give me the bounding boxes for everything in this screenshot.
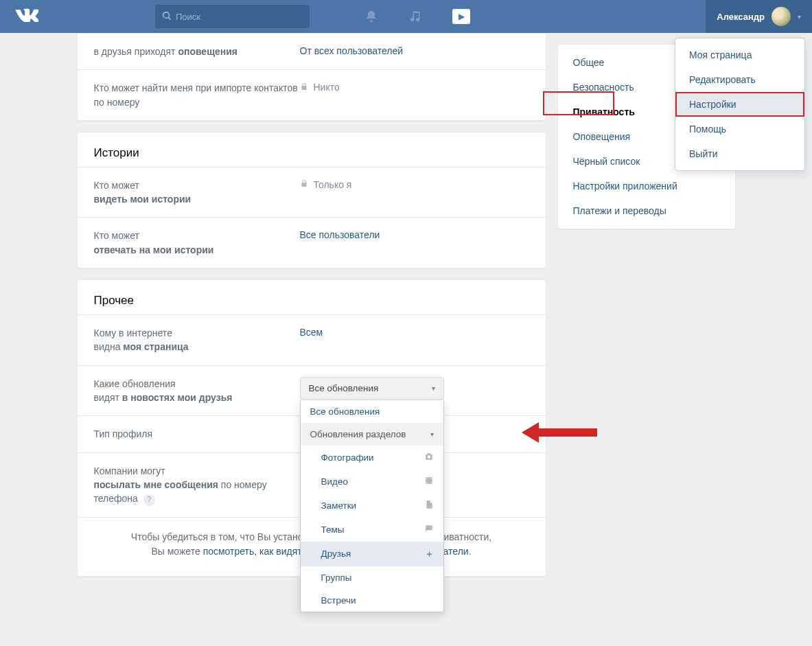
chat-icon	[424, 524, 434, 535]
search-box[interactable]	[155, 5, 310, 28]
dropdown-selected: Все обновления	[309, 383, 379, 393]
user-menu-settings[interactable]: Настройки	[675, 92, 804, 117]
chevron-down-icon: ▾	[430, 430, 434, 438]
row-label: Какие обновлениявидят в новостях мои дру…	[94, 377, 300, 405]
avatar	[772, 7, 791, 26]
search-input[interactable]	[176, 12, 303, 22]
user-dropdown: Моя страница Редактировать Настройки Пом…	[675, 38, 805, 171]
row-label: Кто можетотвечать на мои истории	[94, 229, 300, 257]
panel-contacts: в друзья приходят оповещения От всех пол…	[77, 33, 546, 121]
row-label: Компании могутпосылать мне сообщения по …	[94, 464, 300, 506]
user-name: Александр	[717, 12, 765, 22]
dropdown-option-topics[interactable]: Темы	[301, 518, 443, 542]
row-value: Все пользователи	[300, 229, 380, 240]
dropdown-section-header[interactable]: Обновления разделов ▾	[301, 423, 443, 446]
row-reply-stories[interactable]: Кто можетотвечать на мои истории Все пол…	[78, 217, 546, 268]
header: ▶ Александр ▾	[0, 0, 812, 33]
video-icon[interactable]: ▶	[452, 9, 470, 24]
row-label: Кто можетвидеть мои истории	[94, 178, 300, 207]
chevron-down-icon: ▾	[432, 384, 435, 392]
note-icon	[424, 500, 434, 511]
row-value: От всех пользователей	[300, 45, 404, 56]
vk-logo[interactable]	[15, 7, 38, 26]
plus-icon: ＋	[425, 548, 434, 560]
dropdown-option-all[interactable]: Все обновления	[301, 400, 443, 423]
row-value: Только я	[300, 178, 352, 190]
sidebar-item-apps[interactable]: Настройки приложений	[558, 174, 735, 198]
row-news-updates: Какие обновлениявидят в новостях мои дру…	[78, 365, 546, 416]
row-value: Никто	[300, 81, 340, 93]
help-icon[interactable]: ?	[143, 494, 155, 506]
sidebar-item-payments[interactable]: Платежи и переводы	[558, 198, 735, 223]
dropdown-option-video[interactable]: Видео	[301, 470, 443, 494]
user-menu-my-page[interactable]: Моя страница	[675, 43, 804, 67]
notifications-icon[interactable]	[364, 10, 378, 23]
header-icons: ▶	[364, 9, 470, 24]
music-icon[interactable]	[408, 10, 422, 23]
lock-icon	[300, 82, 308, 93]
row-label: Кто может найти меня при импорте контакт…	[94, 81, 300, 109]
user-menu-help[interactable]: Помощь	[675, 117, 804, 141]
dropdown-button[interactable]: Все обновления ▾	[300, 377, 444, 400]
row-import-contacts[interactable]: Кто может найти меня при импорте контакт…	[78, 69, 546, 120]
dropdown-option-friends[interactable]: Друзья ＋	[301, 542, 443, 566]
updates-dropdown[interactable]: Все обновления ▾ Все обновления Обновлен…	[300, 377, 444, 400]
main-column: в друзья приходят оповещения От всех пол…	[77, 33, 546, 588]
panel-title: Истории	[78, 132, 546, 167]
panel-other: Прочее Кому в интернетевидна моя страниц…	[77, 279, 546, 577]
row-label: в друзья приходят оповещения	[94, 45, 300, 58]
panel-title: Прочее	[78, 280, 546, 314]
page: в друзья приходят оповещения От всех пол…	[77, 33, 736, 588]
dropdown-option-events[interactable]: Встречи	[301, 589, 443, 612]
user-menu-trigger[interactable]: Александр ▾	[706, 0, 812, 33]
row-friend-notify[interactable]: в друзья приходят оповещения От всех пол…	[78, 34, 546, 69]
chevron-down-icon: ▾	[798, 13, 801, 21]
search-icon	[162, 11, 172, 23]
film-icon	[424, 476, 434, 487]
camera-icon	[424, 452, 434, 463]
dropdown-option-notes[interactable]: Заметки	[301, 494, 443, 518]
row-see-stories[interactable]: Кто можетвидеть мои истории Только я	[78, 167, 546, 218]
row-page-visibility[interactable]: Кому в интернетевидна моя страница Всем	[78, 314, 546, 365]
row-label: Тип профиля	[94, 427, 300, 441]
dropdown-menu: Все обновления Обновления разделов ▾ Фот…	[300, 400, 444, 612]
dropdown-option-groups[interactable]: Группы	[301, 566, 443, 589]
panel-stories: Истории Кто можетвидеть мои истории Толь…	[77, 132, 546, 268]
row-label: Кому в интернетевидна моя страница	[94, 326, 300, 354]
lock-icon	[300, 179, 308, 189]
dropdown-option-photos[interactable]: Фотографии	[301, 446, 443, 470]
user-menu-edit[interactable]: Редактировать	[675, 67, 804, 92]
row-value: Всем	[300, 326, 323, 338]
user-menu-logout[interactable]: Выйти	[675, 141, 804, 166]
